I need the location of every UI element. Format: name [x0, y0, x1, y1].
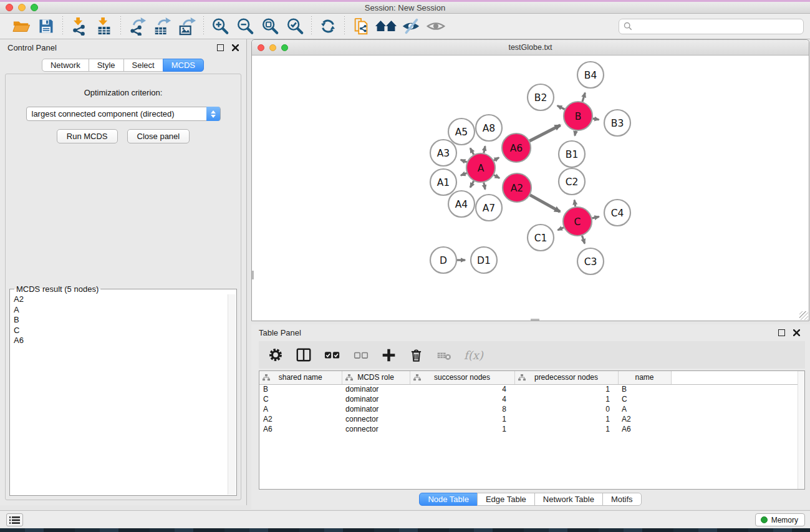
minimize-window-button[interactable]	[18, 4, 26, 11]
zoom-selected-button[interactable]	[282, 15, 307, 37]
edge-B-B2[interactable]	[557, 105, 565, 109]
search-field[interactable]	[619, 19, 804, 34]
tab-node-table[interactable]: Node Table	[419, 493, 478, 506]
cell-MCDS-role[interactable]: dominator	[342, 404, 410, 414]
edge-C-C4[interactable]	[592, 216, 599, 218]
export-image-button[interactable]	[175, 15, 200, 37]
table-settings-button[interactable]	[268, 347, 284, 363]
minimize-network-button[interactable]	[269, 44, 276, 51]
tab-select[interactable]: Select	[123, 59, 163, 72]
edge-A-A1[interactable]	[461, 173, 467, 176]
zoom-in-button[interactable]	[208, 15, 233, 37]
cell-successor-nodes[interactable]: 8	[410, 404, 514, 414]
cell-shared-name[interactable]: C	[259, 394, 342, 404]
close-table-panel-icon[interactable]	[793, 329, 800, 336]
column-header-shared-name[interactable]: shared name	[259, 371, 342, 384]
cell-MCDS-role[interactable]: connector	[342, 424, 410, 434]
cell-MCDS-role[interactable]: connector	[342, 414, 410, 424]
tab-mcds[interactable]: MCDS	[163, 59, 204, 72]
edge-B-B4[interactable]	[582, 93, 585, 102]
refresh-button[interactable]	[316, 15, 340, 37]
result-item[interactable]: A	[14, 305, 236, 316]
tab-style[interactable]: Style	[89, 59, 124, 72]
close-panel-icon[interactable]	[232, 44, 239, 51]
edge-A-A7[interactable]	[484, 183, 485, 190]
cell-predecessor-nodes[interactable]: 1	[514, 414, 618, 424]
cell-successor-nodes[interactable]: 4	[410, 384, 514, 394]
edge-C-C2[interactable]	[574, 200, 575, 207]
open-session-button[interactable]	[9, 15, 34, 37]
column-header-name[interactable]: name	[618, 371, 671, 384]
show-panels-button[interactable]	[6, 513, 23, 526]
network-graph[interactable]: B4B2BB3A5A8A6A3B1AC2A1A2A4A7C4CC1C3DD1	[252, 56, 809, 321]
tab-network[interactable]: Network	[42, 59, 89, 72]
zoom-window-button[interactable]	[31, 4, 38, 11]
table-row[interactable]: Bdominator41B	[259, 384, 804, 394]
cell-successor-nodes[interactable]: 4	[410, 394, 514, 404]
edge-A-A6[interactable]	[494, 158, 499, 161]
edge-A-A3[interactable]	[461, 160, 467, 162]
save-session-button[interactable]	[34, 15, 59, 37]
run-mcds-button[interactable]: Run MCDS	[57, 129, 118, 143]
edge-A-A8[interactable]	[484, 146, 485, 153]
result-item[interactable]: A2	[14, 294, 236, 305]
mcds-result-list[interactable]: A2ABCA6	[10, 294, 236, 346]
cell-successor-nodes[interactable]: 1	[410, 424, 514, 434]
edge-A-A4[interactable]	[470, 181, 474, 187]
horizontal-scroll-nub[interactable]	[531, 319, 539, 321]
float-table-panel-icon[interactable]	[778, 329, 785, 336]
cell-name[interactable]: B	[618, 384, 671, 394]
cell-MCDS-role[interactable]: dominator	[342, 394, 410, 404]
table-row[interactable]: Cdominator41C	[259, 394, 804, 404]
cell-name[interactable]: A	[618, 404, 671, 414]
criterion-select[interactable]: largest connected component (directed)	[26, 107, 221, 121]
table-scrollbar[interactable]	[798, 371, 804, 489]
edge-B-B1[interactable]	[575, 131, 576, 136]
cell-MCDS-role[interactable]: dominator	[342, 384, 410, 394]
network-window-titlebar[interactable]: testGlobe.txt	[252, 40, 809, 56]
column-header-successor-nodes[interactable]: successor nodes	[410, 371, 514, 384]
import-table-button[interactable]	[92, 15, 117, 37]
close-panel-button[interactable]: Close panel	[127, 129, 190, 143]
first-neighbors-button[interactable]	[374, 15, 398, 37]
edge-C-C3[interactable]	[582, 236, 584, 244]
cell-shared-name[interactable]: B	[259, 384, 342, 394]
node-table[interactable]: shared nameMCDS rolesuccessor nodesprede…	[259, 370, 805, 490]
cell-predecessor-nodes[interactable]: 0	[514, 404, 618, 414]
cell-name[interactable]: A6	[618, 424, 671, 434]
clone-network-button[interactable]	[349, 15, 374, 37]
cell-predecessor-nodes[interactable]: 1	[514, 424, 618, 434]
search-input[interactable]	[632, 22, 803, 31]
table-row[interactable]: Adominator80A	[259, 404, 804, 414]
cell-shared-name[interactable]: A6	[259, 424, 342, 434]
add-column-button[interactable]	[381, 347, 397, 363]
export-table-button[interactable]	[150, 15, 175, 37]
cell-shared-name[interactable]: A2	[259, 414, 342, 424]
close-network-button[interactable]	[258, 44, 264, 51]
export-network-button[interactable]	[125, 15, 150, 37]
node-table-grid[interactable]: shared nameMCDS rolesuccessor nodesprede…	[259, 371, 804, 434]
edge-A6-B[interactable]	[529, 125, 560, 141]
close-window-button[interactable]	[6, 4, 13, 11]
memory-button[interactable]: Memory	[755, 513, 805, 526]
import-network-button[interactable]	[67, 15, 92, 37]
show-columns-button[interactable]	[296, 347, 312, 363]
show-all-button[interactable]	[423, 15, 448, 37]
result-item[interactable]: B	[14, 315, 236, 326]
tab-motifs[interactable]: Motifs	[602, 493, 642, 506]
resize-grip[interactable]	[799, 311, 808, 320]
function-builder-button[interactable]: f(x)	[464, 349, 483, 362]
edge-A-A2[interactable]	[494, 175, 499, 178]
hide-selected-button[interactable]	[398, 15, 423, 37]
tab-network-table[interactable]: Network Table	[534, 493, 603, 506]
float-panel-icon[interactable]	[217, 44, 224, 51]
column-header-predecessor-nodes[interactable]: predecessor nodes	[514, 371, 618, 384]
deselect-all-button[interactable]	[353, 347, 369, 362]
cell-name[interactable]: C	[618, 394, 671, 404]
edge-B-B3[interactable]	[593, 118, 599, 120]
zoom-network-button[interactable]	[281, 44, 288, 51]
cell-name[interactable]: A2	[618, 414, 671, 424]
table-row[interactable]: A2connector11A2	[259, 414, 804, 424]
result-item[interactable]: C	[14, 326, 236, 336]
edge-A-A5[interactable]	[470, 148, 474, 154]
